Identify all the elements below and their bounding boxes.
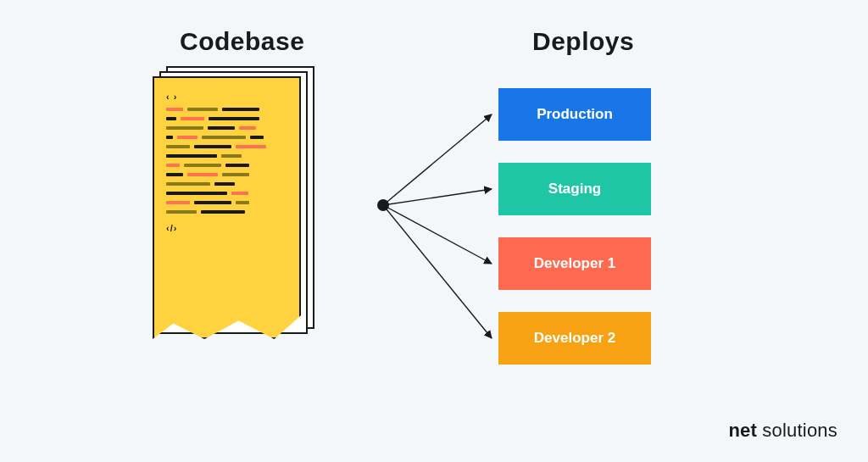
code-page-front-icon: ‹ › ‹/› <box>153 76 301 339</box>
heading-deploys: Deploys <box>532 27 634 56</box>
deploy-box-staging: Staging <box>498 163 651 215</box>
deploy-label-developer2: Developer 2 <box>534 330 615 347</box>
code-close-tag-icon: ‹/› <box>166 223 287 233</box>
brand-logo-prefix: net <box>728 420 757 441</box>
deploy-label-production: Production <box>537 106 613 123</box>
code-lines-icon: ‹ › ‹/› <box>166 92 287 303</box>
arrows-layer-icon <box>0 0 868 462</box>
brand-logo: net solutions <box>728 420 837 442</box>
svg-line-3 <box>383 205 492 264</box>
svg-line-2 <box>383 189 492 205</box>
svg-point-0 <box>377 199 389 211</box>
deploy-box-developer2: Developer 2 <box>498 312 651 365</box>
brand-logo-suffix: solutions <box>757 420 837 441</box>
deploy-label-developer1: Developer 1 <box>534 255 615 272</box>
code-open-tag-icon: ‹ › <box>166 92 287 102</box>
codebase-illustration: ‹ › ‹/› <box>153 76 314 365</box>
deploy-box-developer1: Developer 1 <box>498 237 651 290</box>
heading-codebase: Codebase <box>180 27 304 56</box>
deploy-box-production: Production <box>498 88 651 141</box>
deploy-label-staging: Staging <box>548 181 601 198</box>
diagram-stage: Codebase Deploys ‹ › ‹/› <box>0 0 868 462</box>
svg-line-1 <box>383 114 492 205</box>
svg-line-4 <box>383 205 492 338</box>
